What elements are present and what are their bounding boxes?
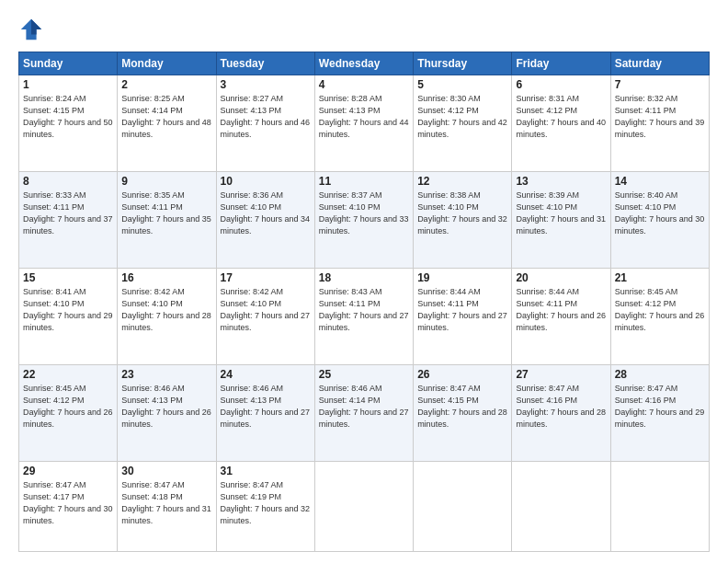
- day-info: Sunrise: 8:47 AMSunset: 4:16 PMDaylight:…: [615, 383, 705, 431]
- page: SundayMondayTuesdayWednesdayThursdayFrid…: [0, 0, 728, 563]
- day-header-sunday: Sunday: [19, 52, 118, 75]
- day-number: 17: [221, 271, 311, 284]
- day-number: 5: [417, 78, 507, 91]
- day-info: Sunrise: 8:35 AMSunset: 4:11 PMDaylight:…: [121, 190, 211, 237]
- day-info: Sunrise: 8:40 AMSunset: 4:10 PMDaylight:…: [615, 190, 705, 237]
- calendar-cell: 31Sunrise: 8:47 AMSunset: 4:19 PMDayligh…: [216, 462, 314, 552]
- day-info: Sunrise: 8:38 AMSunset: 4:10 PMDaylight:…: [417, 190, 507, 237]
- day-number: 9: [121, 175, 211, 188]
- day-info: Sunrise: 8:44 AMSunset: 4:11 PMDaylight:…: [516, 286, 606, 334]
- day-number: 21: [615, 271, 705, 284]
- day-info: Sunrise: 8:46 AMSunset: 4:13 PMDaylight:…: [121, 383, 211, 431]
- calendar-cell: 2Sunrise: 8:25 AMSunset: 4:14 PMDaylight…: [118, 75, 216, 172]
- day-number: 12: [417, 175, 507, 188]
- day-info: Sunrise: 8:39 AMSunset: 4:10 PMDaylight:…: [516, 190, 606, 237]
- calendar-cell: 11Sunrise: 8:37 AMSunset: 4:10 PMDayligh…: [314, 172, 413, 269]
- calendar-cell: 20Sunrise: 8:44 AMSunset: 4:11 PMDayligh…: [512, 269, 610, 365]
- calendar-cell: 21Sunrise: 8:45 AMSunset: 4:12 PMDayligh…: [610, 269, 709, 365]
- day-info: Sunrise: 8:25 AMSunset: 4:14 PMDaylight:…: [121, 93, 211, 141]
- calendar-cell: 10Sunrise: 8:36 AMSunset: 4:10 PMDayligh…: [216, 172, 314, 269]
- calendar-cell: 28Sunrise: 8:47 AMSunset: 4:16 PMDayligh…: [610, 365, 709, 462]
- day-info: Sunrise: 8:42 AMSunset: 4:10 PMDaylight:…: [221, 286, 311, 334]
- day-info: Sunrise: 8:30 AMSunset: 4:12 PMDaylight:…: [417, 93, 507, 141]
- calendar-cell: 17Sunrise: 8:42 AMSunset: 4:10 PMDayligh…: [216, 269, 314, 365]
- calendar-week-row: 22Sunrise: 8:45 AMSunset: 4:12 PMDayligh…: [19, 365, 710, 462]
- calendar-cell: 5Sunrise: 8:30 AMSunset: 4:12 PMDaylight…: [414, 75, 512, 172]
- calendar-cell: [414, 462, 512, 552]
- calendar-cell: 29Sunrise: 8:47 AMSunset: 4:17 PMDayligh…: [19, 462, 118, 552]
- day-info: Sunrise: 8:47 AMSunset: 4:17 PMDaylight:…: [23, 479, 113, 527]
- day-number: 10: [221, 175, 311, 188]
- day-number: 14: [615, 175, 705, 188]
- day-header-friday: Friday: [512, 52, 610, 75]
- day-number: 28: [615, 368, 705, 381]
- calendar-week-row: 15Sunrise: 8:41 AMSunset: 4:10 PMDayligh…: [19, 269, 710, 365]
- day-number: 26: [417, 368, 507, 381]
- day-info: Sunrise: 8:47 AMSunset: 4:15 PMDaylight:…: [417, 383, 507, 431]
- calendar-cell: 16Sunrise: 8:42 AMSunset: 4:10 PMDayligh…: [118, 269, 216, 365]
- calendar-cell: 12Sunrise: 8:38 AMSunset: 4:10 PMDayligh…: [414, 172, 512, 269]
- calendar-cell: 26Sunrise: 8:47 AMSunset: 4:15 PMDayligh…: [414, 365, 512, 462]
- calendar-cell: 4Sunrise: 8:28 AMSunset: 4:13 PMDaylight…: [314, 75, 413, 172]
- day-number: 1: [23, 78, 113, 91]
- calendar-cell: 13Sunrise: 8:39 AMSunset: 4:10 PMDayligh…: [512, 172, 610, 269]
- logo-icon: [18, 17, 44, 42]
- calendar-cell: 14Sunrise: 8:40 AMSunset: 4:10 PMDayligh…: [610, 172, 709, 269]
- day-number: 25: [319, 368, 409, 381]
- logo: [18, 17, 48, 42]
- calendar-week-row: 1Sunrise: 8:24 AMSunset: 4:15 PMDaylight…: [19, 75, 710, 172]
- day-info: Sunrise: 8:47 AMSunset: 4:16 PMDaylight:…: [516, 383, 606, 431]
- day-info: Sunrise: 8:45 AMSunset: 4:12 PMDaylight:…: [615, 286, 705, 334]
- day-number: 31: [221, 465, 311, 477]
- day-info: Sunrise: 8:31 AMSunset: 4:12 PMDaylight:…: [516, 93, 606, 141]
- calendar-week-row: 29Sunrise: 8:47 AMSunset: 4:17 PMDayligh…: [19, 462, 710, 552]
- calendar-cell: 18Sunrise: 8:43 AMSunset: 4:11 PMDayligh…: [314, 269, 413, 365]
- calendar-cell: 3Sunrise: 8:27 AMSunset: 4:13 PMDaylight…: [216, 75, 314, 172]
- day-info: Sunrise: 8:36 AMSunset: 4:10 PMDaylight:…: [221, 190, 311, 237]
- day-info: Sunrise: 8:27 AMSunset: 4:13 PMDaylight:…: [221, 93, 311, 141]
- day-header-monday: Monday: [118, 52, 216, 75]
- calendar-cell: [610, 462, 709, 552]
- calendar-table: SundayMondayTuesdayWednesdayThursdayFrid…: [18, 52, 710, 552]
- day-header-thursday: Thursday: [414, 52, 512, 75]
- day-info: Sunrise: 8:46 AMSunset: 4:13 PMDaylight:…: [221, 383, 311, 431]
- day-number: 29: [23, 465, 113, 477]
- day-info: Sunrise: 8:32 AMSunset: 4:11 PMDaylight:…: [615, 93, 705, 141]
- day-number: 16: [121, 271, 211, 284]
- day-number: 22: [23, 368, 113, 381]
- day-info: Sunrise: 8:28 AMSunset: 4:13 PMDaylight:…: [319, 93, 409, 141]
- calendar-cell: 7Sunrise: 8:32 AMSunset: 4:11 PMDaylight…: [610, 75, 709, 172]
- day-header-wednesday: Wednesday: [314, 52, 413, 75]
- day-number: 27: [516, 368, 606, 381]
- calendar-week-row: 8Sunrise: 8:33 AMSunset: 4:11 PMDaylight…: [19, 172, 710, 269]
- day-info: Sunrise: 8:45 AMSunset: 4:12 PMDaylight:…: [23, 383, 113, 431]
- calendar-cell: 6Sunrise: 8:31 AMSunset: 4:12 PMDaylight…: [512, 75, 610, 172]
- calendar-cell: [512, 462, 610, 552]
- calendar-header-row: SundayMondayTuesdayWednesdayThursdayFrid…: [19, 52, 710, 75]
- calendar-cell: 19Sunrise: 8:44 AMSunset: 4:11 PMDayligh…: [414, 269, 512, 365]
- day-number: 23: [121, 368, 211, 381]
- day-number: 2: [121, 78, 211, 91]
- calendar-cell: 25Sunrise: 8:46 AMSunset: 4:14 PMDayligh…: [314, 365, 413, 462]
- header: [18, 17, 710, 42]
- day-number: 24: [221, 368, 311, 381]
- day-info: Sunrise: 8:24 AMSunset: 4:15 PMDaylight:…: [23, 93, 113, 141]
- calendar-cell: 8Sunrise: 8:33 AMSunset: 4:11 PMDaylight…: [19, 172, 118, 269]
- day-info: Sunrise: 8:47 AMSunset: 4:19 PMDaylight:…: [221, 479, 311, 527]
- day-number: 20: [516, 271, 606, 284]
- calendar-cell: 15Sunrise: 8:41 AMSunset: 4:10 PMDayligh…: [19, 269, 118, 365]
- calendar-cell: 1Sunrise: 8:24 AMSunset: 4:15 PMDaylight…: [19, 75, 118, 172]
- calendar-cell: 24Sunrise: 8:46 AMSunset: 4:13 PMDayligh…: [216, 365, 314, 462]
- day-number: 7: [615, 78, 705, 91]
- day-number: 19: [417, 271, 507, 284]
- calendar-cell: 27Sunrise: 8:47 AMSunset: 4:16 PMDayligh…: [512, 365, 610, 462]
- day-number: 30: [121, 465, 211, 477]
- day-header-tuesday: Tuesday: [216, 52, 314, 75]
- day-number: 3: [221, 78, 311, 91]
- svg-marker-1: [31, 19, 41, 35]
- day-number: 4: [319, 78, 409, 91]
- day-info: Sunrise: 8:46 AMSunset: 4:14 PMDaylight:…: [319, 383, 409, 431]
- calendar-cell: 30Sunrise: 8:47 AMSunset: 4:18 PMDayligh…: [118, 462, 216, 552]
- day-number: 6: [516, 78, 606, 91]
- day-info: Sunrise: 8:37 AMSunset: 4:10 PMDaylight:…: [319, 190, 409, 237]
